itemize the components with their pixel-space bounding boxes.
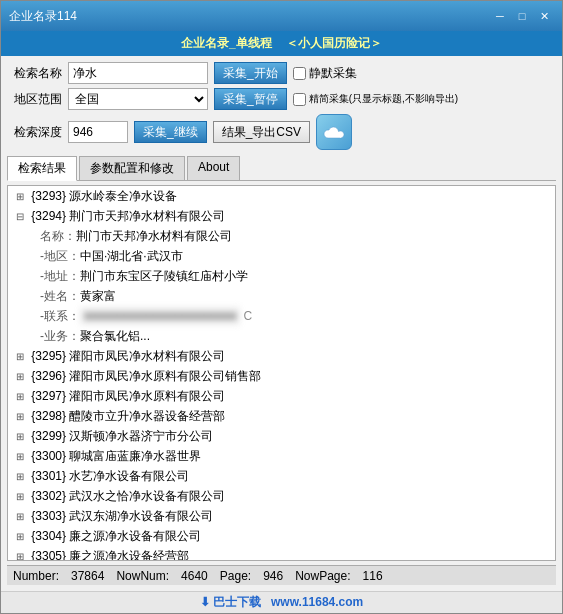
result-area[interactable]: ⊞ {3293} 源水岭泰全净水设备 ⊟ {3294} 荆门市天邦净水材料有限公…	[7, 185, 556, 561]
tree-item-3295[interactable]: ⊞ {3295} 灌阳市凤民净水材料有限公司	[8, 346, 555, 366]
title-controls: ─ □ ✕	[490, 7, 554, 25]
start-button[interactable]: 采集_开始	[214, 62, 287, 84]
checkbox-group-2: 精简采集(只显示标题,不影响导出)	[293, 92, 458, 106]
logo-text: ⬇ 巴士下载 www.11684.com	[200, 595, 364, 609]
continue-button[interactable]: 采集_继续	[134, 121, 207, 143]
silent-collect-label: 静默采集	[309, 65, 357, 82]
tab-bar: 检索结果 参数配置和修改 About	[7, 156, 556, 181]
name-input[interactable]	[68, 62, 208, 84]
expand-icon-3303[interactable]: ⊞	[12, 509, 28, 525]
tab-about[interactable]: About	[187, 156, 240, 180]
expand-icon-3305[interactable]: ⊞	[12, 549, 28, 561]
title-bar: 企业名录114 ─ □ ✕	[1, 1, 562, 31]
expand-icon-3295[interactable]: ⊞	[12, 349, 28, 365]
search-name-row: 检索名称 采集_开始 静默采集	[7, 62, 556, 84]
silent-collect-item: 静默采集	[293, 65, 357, 82]
tree-item-label-3298: {3298} 醴陵市立升净水器设备经营部	[31, 409, 225, 423]
depth-row: 检索深度 采集_继续 结果_导出CSV	[7, 114, 556, 150]
tree-item-label-3300: {3300} 聊城富庙蓝廉净水器世界	[31, 449, 201, 463]
tree-item-label-3293: {3293} 源水岭泰全净水设备	[31, 189, 177, 203]
depth-label: 检索深度	[7, 124, 62, 141]
checkbox-group-1: 静默采集	[293, 65, 357, 82]
expand-icon-3304[interactable]: ⊞	[12, 529, 28, 545]
precise-collect-checkbox[interactable]	[293, 93, 306, 106]
tree-item-3302[interactable]: ⊞ {3302} 武汉水之恰净水设备有限公司	[8, 486, 555, 506]
header-title: 企业名录_单线程 ＜小人国历险记＞	[181, 35, 382, 52]
expand-icon-3294[interactable]: ⊟	[12, 209, 28, 225]
name-label: 检索名称	[7, 65, 62, 82]
expand-icon-3299[interactable]: ⊞	[12, 429, 28, 445]
detail-address: -地址：荆门市东宝区子陵镇红庙村小学	[8, 266, 555, 286]
expand-icon-3293[interactable]: ⊞	[12, 189, 28, 205]
tree-item-3297[interactable]: ⊞ {3297} 灌阳市凤民净水原料有限公司	[8, 386, 555, 406]
window-title: 企业名录114	[9, 8, 77, 25]
expand-icon-3298[interactable]: ⊞	[12, 409, 28, 425]
detail-contact: -联系：■■■■■■■■■■■■■■■■■■■■■ C	[8, 306, 555, 326]
bottom-logo: ⬇ 巴士下载 www.11684.com	[1, 591, 562, 613]
tree-item-label-3295: {3295} 灌阳市凤民净水材料有限公司	[31, 349, 225, 363]
tree-item-3303[interactable]: ⊞ {3303} 武汉东湖净水设备有限公司	[8, 506, 555, 526]
region-select[interactable]: 全国	[68, 88, 208, 110]
region-row: 地区范围 全国 采集_暂停 精简采集(只显示标题,不影响导出)	[7, 88, 556, 110]
nownum-value: 4640	[181, 569, 208, 583]
region-label: 地区范围	[7, 91, 62, 108]
status-bar: Number: 37864 NowNum: 4640 Page: 946 Now…	[7, 565, 556, 585]
detail-name: 名称：荆门市天邦净水材料有限公司	[8, 226, 555, 246]
blurred-contact: ■■■■■■■■■■■■■■■■■■■■■	[80, 307, 240, 325]
cloud-icon	[323, 124, 345, 140]
detail-business: -业务：聚合氯化铝...	[8, 326, 555, 346]
tree-item-3299[interactable]: ⊞ {3299} 汉斯顿净水器济宁市分公司	[8, 426, 555, 446]
tree-item-label-3301: {3301} 水艺净水设备有限公司	[31, 469, 189, 483]
tree-item-3300[interactable]: ⊞ {3300} 聊城富庙蓝廉净水器世界	[8, 446, 555, 466]
tree-item-3294[interactable]: ⊟ {3294} 荆门市天邦净水材料有限公司	[8, 206, 555, 226]
page-value: 946	[263, 569, 283, 583]
number-value: 37864	[71, 569, 104, 583]
tree-item-label-3296: {3296} 灌阳市凤民净水原料有限公司销售部	[31, 369, 261, 383]
tree-item-label-3303: {3303} 武汉东湖净水设备有限公司	[31, 509, 213, 523]
precise-collect-label: 精简采集(只显示标题,不影响导出)	[309, 92, 458, 106]
close-button[interactable]: ✕	[534, 7, 554, 25]
tree-item-label-3305: {3305} 廉之源净水设备经营部	[31, 549, 189, 561]
tree-item-3301[interactable]: ⊞ {3301} 水艺净水设备有限公司	[8, 466, 555, 486]
pause-button[interactable]: 采集_暂停	[214, 88, 287, 110]
page-label: Page:	[220, 569, 251, 583]
cloud-button[interactable]	[316, 114, 352, 150]
export-button[interactable]: 结果_导出CSV	[213, 121, 310, 143]
tree-item-label-3304: {3304} 廉之源净水设备有限公司	[31, 529, 201, 543]
tree-item-3293[interactable]: ⊞ {3293} 源水岭泰全净水设备	[8, 186, 555, 206]
detail-person: -姓名：黄家富	[8, 286, 555, 306]
tree-item-3305[interactable]: ⊞ {3305} 廉之源净水设备经营部	[8, 546, 555, 561]
depth-input[interactable]	[68, 121, 128, 143]
tab-settings[interactable]: 参数配置和修改	[79, 156, 185, 180]
tab-results[interactable]: 检索结果	[7, 156, 77, 181]
header-bar: 企业名录_单线程 ＜小人国历险记＞	[1, 31, 562, 56]
nownum-label: NowNum:	[116, 569, 169, 583]
number-label: Number:	[13, 569, 59, 583]
tree-item-3304[interactable]: ⊞ {3304} 廉之源净水设备有限公司	[8, 526, 555, 546]
main-content: 检索名称 采集_开始 静默采集 地区范围 全国 采集_暂停 精简采集(只显示标题…	[1, 56, 562, 591]
minimize-button[interactable]: ─	[490, 7, 510, 25]
expand-icon-3301[interactable]: ⊞	[12, 469, 28, 485]
tree-item-label-3297: {3297} 灌阳市凤民净水原料有限公司	[31, 389, 225, 403]
expand-icon-3296[interactable]: ⊞	[12, 369, 28, 385]
precise-collect-item: 精简采集(只显示标题,不影响导出)	[293, 92, 458, 106]
tree-item-3296[interactable]: ⊞ {3296} 灌阳市凤民净水原料有限公司销售部	[8, 366, 555, 386]
nowpage-value: 116	[363, 569, 383, 583]
silent-collect-checkbox[interactable]	[293, 67, 306, 80]
tree-item-label-3299: {3299} 汉斯顿净水器济宁市分公司	[31, 429, 213, 443]
tree-item-3298[interactable]: ⊞ {3298} 醴陵市立升净水器设备经营部	[8, 406, 555, 426]
detail-region: -地区：中国·湖北省·武汉市	[8, 246, 555, 266]
nowpage-label: NowPage:	[295, 569, 350, 583]
expand-icon-3300[interactable]: ⊞	[12, 449, 28, 465]
tree-item-label-3302: {3302} 武汉水之恰净水设备有限公司	[31, 489, 225, 503]
maximize-button[interactable]: □	[512, 7, 532, 25]
main-window: 企业名录114 ─ □ ✕ 企业名录_单线程 ＜小人国历险记＞ 检索名称 采集_…	[0, 0, 563, 614]
expand-icon-3297[interactable]: ⊞	[12, 389, 28, 405]
tree-item-label-3294: {3294} 荆门市天邦净水材料有限公司	[31, 209, 225, 223]
expand-icon-3302[interactable]: ⊞	[12, 489, 28, 505]
